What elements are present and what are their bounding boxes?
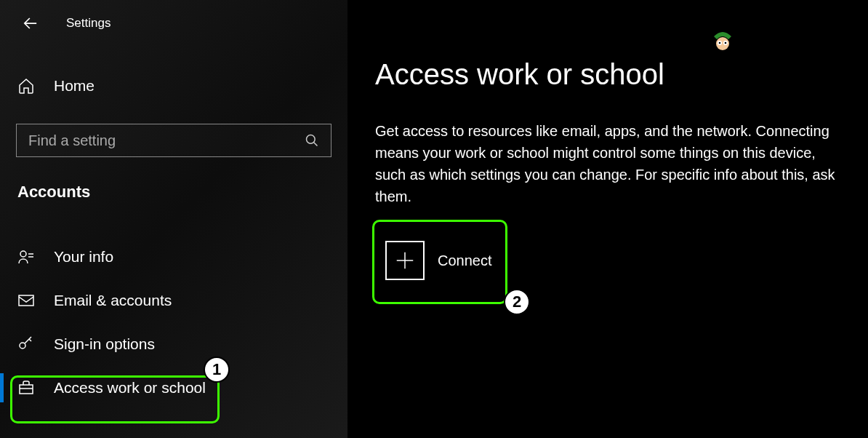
search-box[interactable] [16, 124, 331, 157]
home-button[interactable]: Home [0, 77, 347, 95]
sidebar-item-access-work-school[interactable]: Access work or school [0, 366, 347, 410]
svg-point-2 [20, 251, 26, 257]
search-input[interactable] [28, 132, 305, 149]
sidebar-header: Settings [0, 13, 347, 33]
home-icon [17, 77, 35, 95]
briefcase-icon [17, 379, 35, 397]
sidebar: Settings Home Accounts Your [0, 0, 347, 438]
settings-title: Settings [66, 16, 110, 31]
sidebar-item-email-accounts[interactable]: Email & accounts [0, 279, 347, 322]
sidebar-item-label: Email & accounts [54, 292, 172, 309]
email-icon [17, 292, 35, 309]
svg-point-6 [20, 343, 25, 349]
user-info-icon [17, 248, 35, 266]
connect-label: Connect [438, 252, 492, 269]
svg-rect-7 [20, 385, 33, 394]
main-content: Access work or school Get access to reso… [347, 0, 868, 438]
key-icon [17, 335, 35, 353]
svg-rect-5 [19, 295, 33, 306]
sidebar-item-your-info[interactable]: Your info [0, 235, 347, 279]
sidebar-item-label: Access work or school [54, 379, 206, 397]
plus-icon-box [385, 241, 425, 280]
home-label: Home [54, 77, 95, 95]
sidebar-item-signin-options[interactable]: Sign-in options [0, 322, 347, 366]
svg-line-1 [314, 143, 318, 146]
search-icon [305, 133, 319, 148]
connect-button[interactable]: Connect [375, 231, 510, 290]
section-title-accounts: Accounts [0, 183, 347, 202]
back-arrow-icon[interactable] [20, 13, 41, 33]
svg-point-0 [307, 135, 316, 144]
plus-icon [394, 250, 416, 271]
page-title: Access work or school [375, 58, 840, 91]
sidebar-item-label: Your info [54, 248, 113, 266]
page-description: Get access to resources like email, apps… [375, 120, 840, 207]
sidebar-item-label: Sign-in options [54, 335, 155, 353]
